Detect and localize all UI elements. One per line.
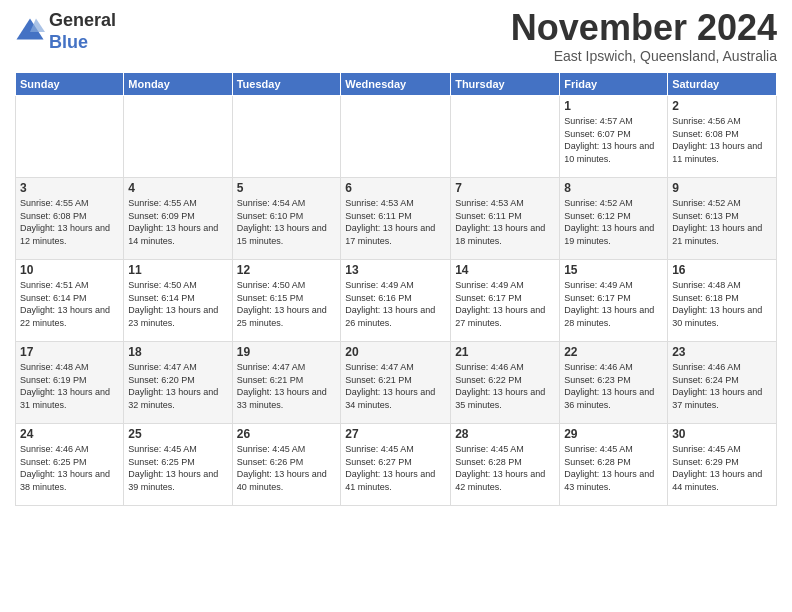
calendar-cell: 5Sunrise: 4:54 AMSunset: 6:10 PMDaylight… — [232, 178, 341, 260]
day-info: Sunrise: 4:51 AMSunset: 6:14 PMDaylight:… — [20, 279, 119, 329]
day-number: 20 — [345, 345, 446, 359]
day-number: 13 — [345, 263, 446, 277]
calendar-cell — [16, 96, 124, 178]
day-info: Sunrise: 4:46 AMSunset: 6:25 PMDaylight:… — [20, 443, 119, 493]
day-number: 26 — [237, 427, 337, 441]
day-info: Sunrise: 4:46 AMSunset: 6:24 PMDaylight:… — [672, 361, 772, 411]
calendar-cell: 28Sunrise: 4:45 AMSunset: 6:28 PMDayligh… — [451, 424, 560, 506]
calendar-cell: 10Sunrise: 4:51 AMSunset: 6:14 PMDayligh… — [16, 260, 124, 342]
calendar-cell: 9Sunrise: 4:52 AMSunset: 6:13 PMDaylight… — [668, 178, 777, 260]
day-info: Sunrise: 4:50 AMSunset: 6:14 PMDaylight:… — [128, 279, 227, 329]
calendar-week-3: 10Sunrise: 4:51 AMSunset: 6:14 PMDayligh… — [16, 260, 777, 342]
day-number: 21 — [455, 345, 555, 359]
calendar-week-1: 1Sunrise: 4:57 AMSunset: 6:07 PMDaylight… — [16, 96, 777, 178]
calendar-cell: 26Sunrise: 4:45 AMSunset: 6:26 PMDayligh… — [232, 424, 341, 506]
calendar-cell: 12Sunrise: 4:50 AMSunset: 6:15 PMDayligh… — [232, 260, 341, 342]
day-info: Sunrise: 4:46 AMSunset: 6:22 PMDaylight:… — [455, 361, 555, 411]
day-info: Sunrise: 4:49 AMSunset: 6:17 PMDaylight:… — [455, 279, 555, 329]
calendar-cell: 23Sunrise: 4:46 AMSunset: 6:24 PMDayligh… — [668, 342, 777, 424]
day-info: Sunrise: 4:49 AMSunset: 6:16 PMDaylight:… — [345, 279, 446, 329]
col-saturday: Saturday — [668, 73, 777, 96]
col-sunday: Sunday — [16, 73, 124, 96]
calendar-cell: 7Sunrise: 4:53 AMSunset: 6:11 PMDaylight… — [451, 178, 560, 260]
calendar-cell: 15Sunrise: 4:49 AMSunset: 6:17 PMDayligh… — [560, 260, 668, 342]
day-number: 2 — [672, 99, 772, 113]
calendar-cell: 1Sunrise: 4:57 AMSunset: 6:07 PMDaylight… — [560, 96, 668, 178]
day-info: Sunrise: 4:52 AMSunset: 6:13 PMDaylight:… — [672, 197, 772, 247]
day-number: 16 — [672, 263, 772, 277]
day-info: Sunrise: 4:47 AMSunset: 6:21 PMDaylight:… — [237, 361, 337, 411]
calendar-week-5: 24Sunrise: 4:46 AMSunset: 6:25 PMDayligh… — [16, 424, 777, 506]
day-number: 22 — [564, 345, 663, 359]
day-number: 15 — [564, 263, 663, 277]
calendar-week-2: 3Sunrise: 4:55 AMSunset: 6:08 PMDaylight… — [16, 178, 777, 260]
calendar-cell: 19Sunrise: 4:47 AMSunset: 6:21 PMDayligh… — [232, 342, 341, 424]
calendar-cell: 17Sunrise: 4:48 AMSunset: 6:19 PMDayligh… — [16, 342, 124, 424]
calendar-cell: 22Sunrise: 4:46 AMSunset: 6:23 PMDayligh… — [560, 342, 668, 424]
col-wednesday: Wednesday — [341, 73, 451, 96]
day-number: 17 — [20, 345, 119, 359]
day-info: Sunrise: 4:45 AMSunset: 6:28 PMDaylight:… — [455, 443, 555, 493]
day-info: Sunrise: 4:49 AMSunset: 6:17 PMDaylight:… — [564, 279, 663, 329]
calendar-cell: 14Sunrise: 4:49 AMSunset: 6:17 PMDayligh… — [451, 260, 560, 342]
calendar-cell: 16Sunrise: 4:48 AMSunset: 6:18 PMDayligh… — [668, 260, 777, 342]
logo-area: General Blue — [15, 10, 116, 53]
title-area: November 2024 East Ipswich, Queensland, … — [511, 10, 777, 64]
day-number: 11 — [128, 263, 227, 277]
col-monday: Monday — [124, 73, 232, 96]
calendar-cell: 20Sunrise: 4:47 AMSunset: 6:21 PMDayligh… — [341, 342, 451, 424]
logo-blue: Blue — [49, 32, 116, 54]
calendar-cell: 27Sunrise: 4:45 AMSunset: 6:27 PMDayligh… — [341, 424, 451, 506]
day-number: 3 — [20, 181, 119, 195]
day-number: 24 — [20, 427, 119, 441]
day-info: Sunrise: 4:55 AMSunset: 6:09 PMDaylight:… — [128, 197, 227, 247]
day-number: 5 — [237, 181, 337, 195]
col-friday: Friday — [560, 73, 668, 96]
day-info: Sunrise: 4:48 AMSunset: 6:18 PMDaylight:… — [672, 279, 772, 329]
day-number: 25 — [128, 427, 227, 441]
day-info: Sunrise: 4:48 AMSunset: 6:19 PMDaylight:… — [20, 361, 119, 411]
calendar-header-row: Sunday Monday Tuesday Wednesday Thursday… — [16, 73, 777, 96]
day-number: 7 — [455, 181, 555, 195]
logo-text: General Blue — [49, 10, 116, 53]
day-info: Sunrise: 4:45 AMSunset: 6:29 PMDaylight:… — [672, 443, 772, 493]
logo-general: General — [49, 10, 116, 32]
calendar-cell: 3Sunrise: 4:55 AMSunset: 6:08 PMDaylight… — [16, 178, 124, 260]
calendar-week-4: 17Sunrise: 4:48 AMSunset: 6:19 PMDayligh… — [16, 342, 777, 424]
day-number: 29 — [564, 427, 663, 441]
day-info: Sunrise: 4:57 AMSunset: 6:07 PMDaylight:… — [564, 115, 663, 165]
location-title: East Ipswich, Queensland, Australia — [511, 48, 777, 64]
calendar-cell — [232, 96, 341, 178]
calendar-cell: 29Sunrise: 4:45 AMSunset: 6:28 PMDayligh… — [560, 424, 668, 506]
col-tuesday: Tuesday — [232, 73, 341, 96]
calendar-cell: 4Sunrise: 4:55 AMSunset: 6:09 PMDaylight… — [124, 178, 232, 260]
day-number: 18 — [128, 345, 227, 359]
calendar-cell: 6Sunrise: 4:53 AMSunset: 6:11 PMDaylight… — [341, 178, 451, 260]
day-info: Sunrise: 4:50 AMSunset: 6:15 PMDaylight:… — [237, 279, 337, 329]
day-info: Sunrise: 4:47 AMSunset: 6:20 PMDaylight:… — [128, 361, 227, 411]
calendar-cell: 2Sunrise: 4:56 AMSunset: 6:08 PMDaylight… — [668, 96, 777, 178]
day-info: Sunrise: 4:46 AMSunset: 6:23 PMDaylight:… — [564, 361, 663, 411]
day-info: Sunrise: 4:55 AMSunset: 6:08 PMDaylight:… — [20, 197, 119, 247]
calendar-cell: 30Sunrise: 4:45 AMSunset: 6:29 PMDayligh… — [668, 424, 777, 506]
calendar-cell: 13Sunrise: 4:49 AMSunset: 6:16 PMDayligh… — [341, 260, 451, 342]
calendar-cell — [124, 96, 232, 178]
day-number: 23 — [672, 345, 772, 359]
header: General Blue November 2024 East Ipswich,… — [15, 10, 777, 64]
day-info: Sunrise: 4:53 AMSunset: 6:11 PMDaylight:… — [455, 197, 555, 247]
day-info: Sunrise: 4:53 AMSunset: 6:11 PMDaylight:… — [345, 197, 446, 247]
calendar: Sunday Monday Tuesday Wednesday Thursday… — [15, 72, 777, 506]
day-number: 1 — [564, 99, 663, 113]
day-info: Sunrise: 4:45 AMSunset: 6:27 PMDaylight:… — [345, 443, 446, 493]
calendar-cell: 21Sunrise: 4:46 AMSunset: 6:22 PMDayligh… — [451, 342, 560, 424]
day-number: 19 — [237, 345, 337, 359]
calendar-cell: 25Sunrise: 4:45 AMSunset: 6:25 PMDayligh… — [124, 424, 232, 506]
day-number: 9 — [672, 181, 772, 195]
page: General Blue November 2024 East Ipswich,… — [0, 0, 792, 612]
day-info: Sunrise: 4:54 AMSunset: 6:10 PMDaylight:… — [237, 197, 337, 247]
day-number: 4 — [128, 181, 227, 195]
day-number: 30 — [672, 427, 772, 441]
day-number: 14 — [455, 263, 555, 277]
day-number: 6 — [345, 181, 446, 195]
day-info: Sunrise: 4:56 AMSunset: 6:08 PMDaylight:… — [672, 115, 772, 165]
